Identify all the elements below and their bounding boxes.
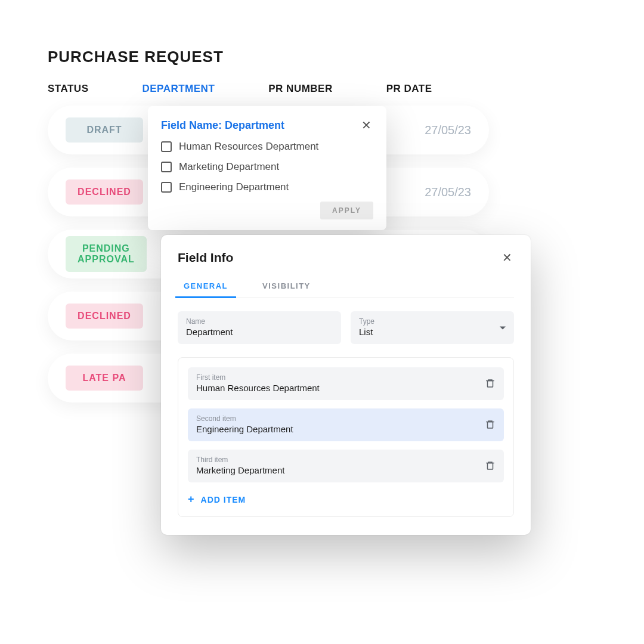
item-value: Marketing Department	[196, 465, 284, 475]
status-badge: PENDING APPROVAL	[66, 236, 147, 271]
item-label: First item	[196, 373, 320, 382]
field-info-modal: Field Info ✕ GENERAL VISIBILITY Name Dep…	[161, 235, 531, 535]
list-item[interactable]: First item Human Resources Department	[188, 367, 504, 400]
trash-icon[interactable]	[485, 377, 496, 389]
svg-rect-0	[488, 380, 493, 387]
close-icon[interactable]: ✕	[500, 250, 514, 265]
checkbox-icon[interactable]	[161, 182, 172, 193]
filter-option-label: Marketing Department	[179, 161, 279, 173]
status-badge: DRAFT	[66, 117, 143, 143]
column-department[interactable]: DEPARTMENT	[142, 83, 215, 95]
row-date: 27/05/23	[425, 123, 471, 137]
apply-button[interactable]: APPLY	[320, 202, 373, 219]
checkbox-icon[interactable]	[161, 141, 172, 152]
field-label: Type	[359, 317, 506, 326]
list-item[interactable]: Third item Marketing Department	[188, 450, 504, 482]
filter-option[interactable]: Engineering Department	[161, 181, 373, 193]
filter-option-label: Engineering Department	[179, 181, 289, 193]
filter-option-label: Human Resources Department	[179, 141, 318, 153]
tab-general[interactable]: GENERAL	[181, 275, 230, 298]
status-badge: DECLINED	[66, 179, 143, 205]
field-value: List	[359, 327, 506, 337]
column-headers: STATUS DEPARTMENT PR NUMBER PR DATE	[48, 83, 608, 95]
item-label: Second item	[196, 414, 293, 423]
tab-visibility[interactable]: VISIBILITY	[260, 275, 313, 298]
modal-tabs: GENERAL VISIBILITY	[178, 275, 514, 298]
filter-option[interactable]: Human Resources Department	[161, 141, 373, 153]
plus-icon: +	[188, 493, 195, 506]
filter-option[interactable]: Marketing Department	[161, 161, 373, 173]
modal-title: Field Info	[178, 250, 233, 265]
add-item-button[interactable]: + ADD ITEM	[188, 493, 246, 506]
chevron-down-icon	[500, 326, 506, 329]
field-label: Name	[186, 317, 333, 326]
type-field[interactable]: Type List	[351, 311, 514, 344]
column-pr-date[interactable]: PR DATE	[386, 83, 432, 95]
field-value: Department	[186, 327, 333, 337]
item-value: Engineering Department	[196, 424, 293, 434]
department-filter-popover: Field Name: Department ✕ Human Resources…	[148, 106, 386, 230]
list-item[interactable]: Second item Engineering Department	[188, 408, 504, 441]
column-pr-number[interactable]: PR NUMBER	[268, 83, 332, 95]
status-badge: LATE PA	[66, 366, 143, 391]
checkbox-icon[interactable]	[161, 162, 172, 172]
trash-icon[interactable]	[485, 419, 496, 431]
page-title: PURCHASE REQUEST	[48, 48, 608, 66]
item-label: Third item	[196, 456, 284, 464]
close-icon[interactable]: ✕	[359, 118, 373, 132]
column-status[interactable]: STATUS	[48, 83, 88, 95]
svg-rect-2	[488, 463, 493, 469]
name-field[interactable]: Name Department	[178, 311, 341, 344]
svg-rect-1	[488, 422, 493, 428]
add-item-label: ADD ITEM	[201, 495, 246, 504]
trash-icon[interactable]	[485, 460, 496, 472]
item-value: Human Resources Department	[196, 383, 320, 393]
filter-title: Field Name: Department	[161, 119, 284, 132]
row-date: 27/05/23	[425, 185, 471, 199]
status-badge: DECLINED	[66, 304, 143, 329]
items-panel: First item Human Resources Department Se…	[178, 357, 514, 517]
